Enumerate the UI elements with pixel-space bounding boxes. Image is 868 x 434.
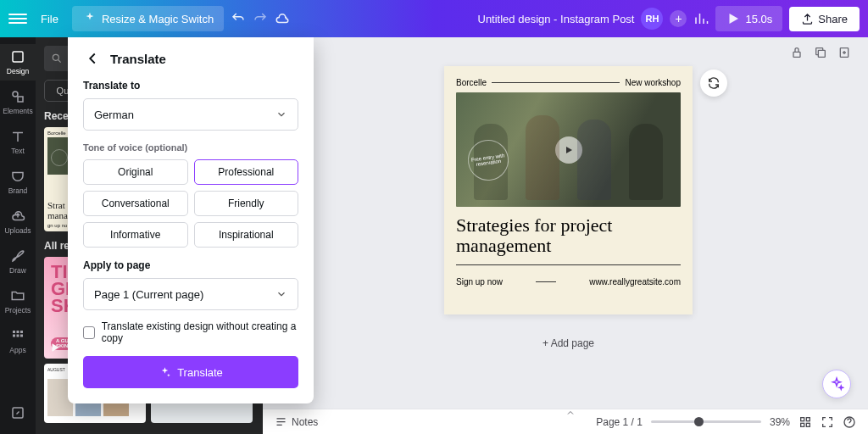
- rail-text[interactable]: Text: [0, 124, 36, 160]
- design-brand: Borcelle: [456, 78, 487, 87]
- left-nav-rail: Design Elements Text Brand Uploads Draw …: [0, 37, 36, 434]
- lock-icon[interactable]: [790, 46, 804, 59]
- draw-icon: [10, 248, 25, 264]
- page-indicator[interactable]: Page 1 / 1: [596, 416, 643, 428]
- uploads-icon: [10, 209, 25, 224]
- svg-point-1: [13, 92, 18, 97]
- svg-rect-16: [801, 423, 804, 426]
- svg-rect-5: [20, 331, 23, 333]
- add-page-button[interactable]: + Add page: [444, 331, 693, 356]
- redo-icon[interactable]: [253, 11, 268, 26]
- cloud-sync-icon[interactable]: [275, 11, 290, 26]
- zoom-handle[interactable]: [694, 417, 704, 426]
- tone-professional[interactable]: Professional: [194, 159, 299, 185]
- brand-icon: [10, 169, 25, 184]
- rail-design[interactable]: Design: [0, 44, 36, 81]
- translate-to-label: Translate to: [83, 80, 298, 92]
- design-icon: [10, 49, 25, 64]
- svg-rect-11: [793, 52, 800, 57]
- translate-title: Translate: [110, 52, 166, 66]
- present-button[interactable]: 15.0s: [715, 6, 782, 31]
- apps-icon: [10, 328, 25, 343]
- back-arrow-icon[interactable]: [83, 49, 102, 68]
- search-icon: [51, 53, 63, 64]
- rail-projects[interactable]: Projects: [0, 283, 36, 320]
- canvas-workspace: Borcelle New workshop Free entry with re…: [263, 37, 868, 409]
- notes-button[interactable]: Notes: [275, 415, 318, 428]
- svg-rect-4: [17, 331, 19, 333]
- chevron-down-icon: [275, 108, 287, 120]
- file-menu[interactable]: File: [34, 8, 65, 31]
- page-select[interactable]: Page 1 (Current page): [83, 278, 298, 310]
- rail-draw[interactable]: Draw: [0, 243, 36, 280]
- elements-icon: [10, 89, 25, 104]
- svg-rect-15: [806, 417, 810, 420]
- duplicate-icon[interactable]: [814, 46, 827, 59]
- ai-assistant-fab[interactable]: [822, 370, 851, 398]
- tone-original[interactable]: Original: [83, 159, 188, 185]
- rail-brand[interactable]: Brand: [0, 164, 36, 200]
- projects-icon: [10, 288, 25, 303]
- svg-rect-7: [17, 335, 19, 337]
- zoom-slider[interactable]: [651, 420, 761, 423]
- svg-rect-8: [20, 335, 23, 337]
- fullscreen-icon[interactable]: [821, 415, 834, 429]
- edit-icon: [10, 405, 25, 420]
- design-headline: Strategies for project management: [456, 215, 681, 256]
- menu-hamburger-icon[interactable]: [8, 9, 27, 28]
- design-page-1[interactable]: Borcelle New workshop Free entry with re…: [444, 66, 693, 314]
- add-page-icon[interactable]: [837, 46, 851, 59]
- rail-magic-media[interactable]: [0, 400, 36, 426]
- notes-icon: [275, 415, 287, 428]
- tone-label: Tone of voice (optional): [83, 142, 298, 153]
- copy-checkbox-label: Translate existing design without creati…: [102, 320, 298, 344]
- refresh-icon: [707, 76, 721, 90]
- svg-rect-0: [13, 52, 23, 62]
- svg-rect-17: [806, 423, 810, 426]
- svg-rect-3: [13, 331, 15, 333]
- rail-uploads[interactable]: Uploads: [0, 203, 36, 240]
- svg-rect-14: [801, 417, 804, 420]
- chevron-down-icon: [275, 288, 287, 300]
- tone-friendly[interactable]: Friendly: [194, 191, 299, 216]
- share-button[interactable]: Share: [789, 7, 860, 31]
- rail-apps[interactable]: Apps: [0, 323, 36, 359]
- analytics-icon[interactable]: [693, 11, 709, 26]
- user-avatar[interactable]: RH: [641, 8, 663, 30]
- apply-to-page-label: Apply to page: [83, 259, 298, 271]
- refresh-fab[interactable]: [700, 70, 727, 97]
- svg-rect-2: [18, 97, 23, 102]
- play-icon: [726, 11, 741, 26]
- grid-view-icon[interactable]: [798, 415, 812, 429]
- design-url: www.reallygreatsite.com: [589, 277, 681, 287]
- page-tools: [790, 46, 851, 59]
- sparkle-icon: [82, 11, 97, 26]
- svg-rect-6: [13, 335, 15, 337]
- sparkle-icon: [829, 376, 844, 392]
- design-tagline: New workshop: [625, 78, 681, 87]
- translate-action-button[interactable]: Translate: [83, 356, 298, 388]
- design-cta: Sign up now: [456, 277, 503, 287]
- undo-icon[interactable]: [231, 11, 246, 26]
- bottom-status-bar: Notes Page 1 / 1 39%: [263, 409, 868, 434]
- help-icon[interactable]: [843, 415, 856, 429]
- chevron-up-icon[interactable]: [565, 408, 576, 418]
- tone-conversational[interactable]: Conversational: [83, 191, 188, 216]
- upload-icon: [801, 13, 814, 25]
- translate-panel: Translate Translate to German Tone of vo…: [68, 37, 314, 403]
- zoom-value: 39%: [770, 416, 790, 428]
- rail-elements[interactable]: Elements: [0, 84, 36, 120]
- svg-point-10: [53, 54, 58, 60]
- add-collaborator-button[interactable]: +: [670, 10, 687, 27]
- copy-checkbox[interactable]: [83, 326, 95, 339]
- play-overlay-icon: [49, 342, 61, 353]
- svg-rect-12: [818, 50, 825, 57]
- tone-inspirational[interactable]: Inspirational: [194, 222, 299, 248]
- document-title[interactable]: Untitled design - Instagram Post: [478, 13, 635, 25]
- language-select[interactable]: German: [83, 98, 298, 131]
- tone-informative[interactable]: Informative: [83, 222, 188, 248]
- resize-magic-switch-button[interactable]: Resize & Magic Switch: [72, 6, 224, 31]
- sparkle-icon: [159, 366, 171, 379]
- text-icon: [10, 129, 25, 144]
- design-hero-image: Free entry with reservation: [456, 92, 681, 207]
